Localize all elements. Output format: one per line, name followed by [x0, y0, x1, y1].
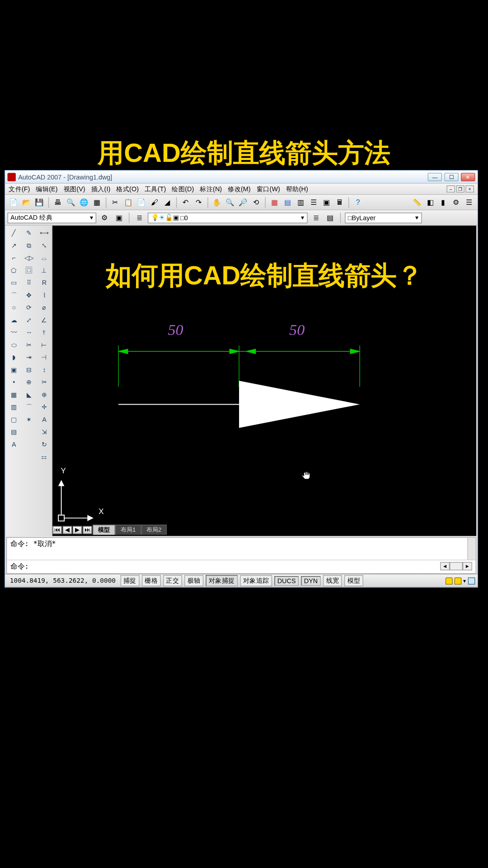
redo-icon[interactable]: ↷: [193, 196, 205, 208]
menu-tools[interactable]: 工具(T): [145, 184, 166, 193]
dim-aligned-icon[interactable]: ⤡: [38, 239, 50, 251]
dim-radius-icon[interactable]: R: [38, 277, 50, 288]
save-icon[interactable]: 💾: [33, 196, 45, 208]
mtext-icon[interactable]: A: [8, 438, 20, 450]
layer-states-icon[interactable]: ▤: [324, 212, 336, 223]
tab-last-button[interactable]: ⏭: [83, 526, 92, 534]
dim-edit-icon[interactable]: A: [38, 413, 50, 425]
scale-icon[interactable]: ⤢: [23, 314, 35, 326]
command-history[interactable]: 命令: *取消*: [7, 538, 476, 561]
ellipse-icon[interactable]: ⬭: [8, 339, 20, 350]
minimize-button[interactable]: —: [428, 173, 442, 181]
dim-arc-icon[interactable]: ⌓: [38, 252, 50, 264]
ws-save-icon[interactable]: ▣: [113, 212, 125, 223]
mdi-close-button[interactable]: ×: [465, 185, 474, 193]
dc-icon[interactable]: ▤: [282, 196, 293, 208]
markup-icon[interactable]: ▣: [321, 196, 333, 208]
plot-icon[interactable]: 🖶: [52, 196, 64, 208]
copy-icon[interactable]: 📋: [122, 196, 134, 208]
ws-settings-icon[interactable]: ⚙: [99, 212, 110, 223]
tab-prev-button[interactable]: ◀: [62, 526, 72, 534]
explode-icon[interactable]: ✶: [23, 413, 35, 425]
menu-draw[interactable]: 绘图(D): [172, 184, 194, 193]
tab-layout2[interactable]: 布局2: [141, 525, 167, 535]
region-icon[interactable]: ▮: [437, 196, 449, 208]
mdi-restore-button[interactable]: ❐: [456, 185, 465, 193]
cmd-scroll-right-button[interactable]: ▶: [463, 562, 472, 570]
publish-icon[interactable]: 🌐: [78, 196, 89, 208]
dim-linear-icon[interactable]: ⟷: [38, 227, 50, 239]
zoom-win-icon[interactable]: 🔎: [237, 196, 249, 208]
layer-prev-icon[interactable]: ≣: [310, 212, 322, 223]
coordinate-readout[interactable]: 1004.8419, 563.2622, 0.0000: [8, 577, 118, 585]
new-icon[interactable]: 📄: [8, 196, 19, 208]
dim-update-icon[interactable]: ↻: [38, 438, 50, 450]
break-icon[interactable]: ⊟: [23, 363, 35, 375]
offset-icon[interactable]: ⿴: [23, 264, 35, 276]
status-ducs[interactable]: DUCS: [274, 576, 299, 585]
status-snap[interactable]: 捕捉: [121, 575, 140, 586]
area-icon[interactable]: ◧: [424, 196, 436, 208]
status-ortho[interactable]: 正交: [163, 575, 182, 586]
status-model[interactable]: 模型: [344, 575, 363, 586]
dim-break-icon[interactable]: ✂: [38, 376, 50, 388]
tab-model[interactable]: 模型: [93, 525, 115, 535]
pan-icon[interactable]: ✋: [211, 196, 223, 208]
menu-edit[interactable]: 编辑(E): [36, 184, 57, 193]
lock2-icon[interactable]: [455, 577, 462, 585]
dim-dia-icon[interactable]: ⌀: [38, 302, 50, 313]
color-combo[interactable]: □ ByLayer▾: [345, 212, 422, 223]
menu-dimension[interactable]: 标注(N): [200, 184, 222, 193]
dim-tedit-icon[interactable]: ⇲: [38, 426, 50, 438]
dim-style-icon[interactable]: ⚏: [38, 451, 50, 462]
copy-tool-icon[interactable]: ⧉: [23, 239, 35, 251]
revcloud-icon[interactable]: ☁: [8, 314, 20, 326]
menu-format[interactable]: 格式(O): [116, 184, 139, 193]
status-osnap[interactable]: 对象捕捉: [206, 575, 238, 586]
help-icon[interactable]: ?: [352, 196, 364, 208]
zoom-prev-icon[interactable]: ⟲: [250, 196, 262, 208]
tab-first-button[interactable]: ⏮: [52, 526, 62, 534]
status-lwt[interactable]: 线宽: [323, 575, 342, 586]
workspace-combo[interactable]: AutoCAD 经典▾: [8, 212, 96, 223]
layer-combo[interactable]: 💡☀🔓▣□ 0▾: [148, 212, 308, 223]
tool-palette-icon[interactable]: ▥: [295, 196, 306, 208]
cmd-scroll-thumb[interactable]: [450, 562, 463, 570]
array-icon[interactable]: ⠿: [23, 277, 35, 288]
join-icon[interactable]: ⊕: [23, 376, 35, 388]
circle-icon[interactable]: ○: [8, 302, 20, 313]
cmd-scroll-left-button[interactable]: ◀: [440, 562, 450, 570]
erase-icon[interactable]: ✎: [23, 227, 35, 239]
rotate-icon[interactable]: ⟳: [23, 302, 35, 313]
menu-file[interactable]: 文件(F): [9, 184, 30, 193]
polygon-icon[interactable]: ⬠: [8, 264, 20, 276]
line-icon[interactable]: ╱: [8, 227, 20, 239]
dim-cont-icon[interactable]: ⊣: [38, 351, 50, 363]
tab-layout1[interactable]: 布局1: [115, 525, 141, 535]
mdi-minimize-button[interactable]: –: [447, 185, 455, 193]
undo-icon[interactable]: ↶: [180, 196, 192, 208]
status-grid[interactable]: 栅格: [142, 575, 161, 586]
list-icon[interactable]: ☰: [463, 196, 475, 208]
sheet-icon[interactable]: ☰: [308, 196, 319, 208]
drawing-canvas[interactable]: 如何用CAD绘制直线箭头？: [52, 226, 476, 536]
match-icon[interactable]: 🖌: [148, 196, 160, 208]
dim-base-icon[interactable]: ⊢: [38, 339, 50, 350]
zoom-rt-icon[interactable]: 🔍: [224, 196, 236, 208]
dim-ord-icon[interactable]: ⊥: [38, 264, 50, 276]
dim-jog-icon[interactable]: ⌇: [38, 289, 50, 301]
pline-icon[interactable]: ⌐: [8, 252, 20, 264]
hatch-icon[interactable]: ▦: [8, 388, 20, 400]
fillet-icon[interactable]: ⌒: [23, 401, 35, 413]
eraser-icon[interactable]: ◢: [161, 196, 173, 208]
calculator-icon[interactable]: 🖩: [333, 196, 345, 208]
dim-ang-icon[interactable]: ∠: [38, 314, 50, 326]
mass-icon[interactable]: ⚙: [450, 196, 462, 208]
menu-window[interactable]: 窗口(W): [257, 184, 280, 193]
tab-next-button[interactable]: ▶: [73, 526, 82, 534]
extend-icon[interactable]: ⇥: [23, 351, 35, 363]
ellipse-arc-icon[interactable]: ◗: [8, 351, 20, 363]
menu-modify[interactable]: 修改(M): [228, 184, 250, 193]
cut-icon[interactable]: ✂: [109, 196, 121, 208]
block-icon[interactable]: ▣: [8, 363, 20, 375]
